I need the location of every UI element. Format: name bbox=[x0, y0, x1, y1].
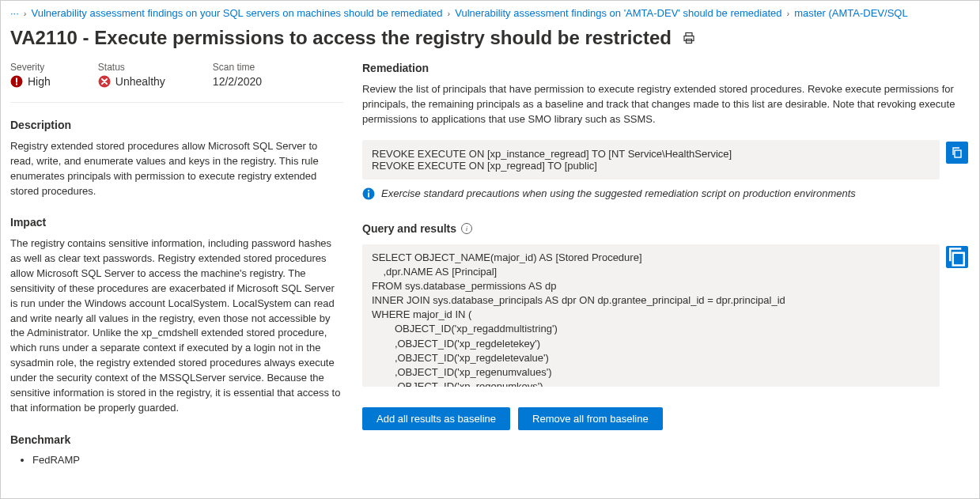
breadcrumb-link-2[interactable]: Vulnerability assessment findings on 'AM… bbox=[455, 7, 781, 19]
breadcrumb-overflow[interactable]: ··· bbox=[10, 7, 19, 19]
impact-section: Impact The registry contains sensitive i… bbox=[10, 216, 343, 415]
remediation-text: Review the list of principals that have … bbox=[362, 82, 970, 127]
query-line: ,OBJECT_ID('xp_regenumkeys') bbox=[372, 380, 930, 386]
svg-rect-4 bbox=[16, 78, 17, 83]
left-column: Severity High Status Unhealthy bbox=[10, 62, 362, 483]
breadcrumb-link-3[interactable]: master (AMTA-DEV/SQL bbox=[794, 7, 908, 19]
scan-time-item: Scan time 12/2/2020 bbox=[213, 62, 262, 88]
remediation-line-2: REVOKE EXECUTE ON [xp_regread] TO [publi… bbox=[372, 160, 930, 172]
page-title: VA2110 - Execute permissions to access t… bbox=[10, 27, 672, 49]
remediation-section: Remediation Review the list of principal… bbox=[362, 62, 970, 200]
status-label: Status bbox=[98, 62, 165, 73]
chevron-right-icon: › bbox=[786, 9, 789, 18]
status-value: Unhealthy bbox=[115, 75, 165, 88]
query-line: ,dpr.NAME AS [Principal] bbox=[372, 265, 930, 279]
breadcrumb: ··· › Vulnerability assessment findings … bbox=[1, 1, 979, 22]
benchmark-heading: Benchmark bbox=[10, 433, 343, 446]
unhealthy-icon bbox=[98, 75, 111, 88]
query-line: ,OBJECT_ID('xp_regdeletevalue') bbox=[372, 351, 930, 365]
print-icon[interactable] bbox=[683, 32, 695, 44]
copy-remediation-button[interactable] bbox=[946, 142, 968, 164]
query-line: ,OBJECT_ID('xp_regdeletekey') bbox=[372, 337, 930, 351]
query-line: INNER JOIN sys.database_principals AS dp… bbox=[372, 293, 930, 308]
description-section: Description Registry extended stored pro… bbox=[10, 119, 343, 198]
right-column: Remediation Review the list of principal… bbox=[362, 62, 970, 483]
query-line: OBJECT_ID('xp_regaddmultistring') bbox=[372, 322, 930, 336]
impact-text: The registry contains sensitive informat… bbox=[10, 236, 343, 415]
remediation-heading: Remediation bbox=[362, 62, 970, 74]
scan-time-value: 12/2/2020 bbox=[213, 75, 262, 88]
query-line: ,OBJECT_ID('xp_regenumvalues') bbox=[372, 365, 930, 380]
add-baseline-button[interactable]: Add all results as baseline bbox=[362, 407, 510, 430]
remove-baseline-button[interactable]: Remove all from baseline bbox=[518, 407, 663, 430]
chevron-right-icon: › bbox=[24, 9, 27, 18]
info-note-text: Exercise standard precautions when using… bbox=[381, 187, 856, 199]
status-item: Status Unhealthy bbox=[98, 62, 165, 88]
severity-label: Severity bbox=[10, 62, 51, 73]
query-line: SELECT OBJECT_NAME(major_id) AS [Stored … bbox=[372, 251, 930, 265]
query-heading-row: Query and results i bbox=[362, 222, 970, 235]
svg-rect-1 bbox=[684, 36, 694, 41]
info-icon bbox=[362, 187, 375, 200]
benchmark-item: FedRAMP bbox=[32, 454, 343, 466]
query-line: FROM sys.database_permissions AS dp bbox=[372, 279, 930, 293]
query-heading: Query and results bbox=[362, 222, 456, 235]
severity-item: Severity High bbox=[10, 62, 51, 88]
breadcrumb-link-1[interactable]: Vulnerability assessment findings on you… bbox=[32, 7, 443, 19]
svg-rect-11 bbox=[953, 252, 964, 265]
remediation-script-box: REVOKE EXECUTE ON [xp_instance_regread] … bbox=[362, 140, 940, 180]
query-results-box[interactable]: SELECT OBJECT_NAME(major_id) AS [Stored … bbox=[362, 244, 940, 387]
scan-time-label: Scan time bbox=[213, 62, 262, 73]
svg-rect-5 bbox=[16, 84, 17, 85]
description-heading: Description bbox=[10, 119, 343, 131]
benchmark-section: Benchmark FedRAMP bbox=[10, 433, 343, 466]
description-text: Registry extended stored procedures allo… bbox=[10, 139, 343, 198]
action-buttons: Add all results as baseline Remove all f… bbox=[362, 407, 970, 430]
remediation-info-note: Exercise standard precautions when using… bbox=[362, 187, 970, 200]
svg-point-10 bbox=[368, 190, 369, 191]
remediation-line-1: REVOKE EXECUTE ON [xp_instance_regread] … bbox=[372, 148, 930, 160]
severity-high-icon bbox=[10, 75, 23, 88]
svg-rect-9 bbox=[368, 192, 369, 197]
status-row: Severity High Status Unhealthy bbox=[10, 62, 343, 103]
svg-rect-7 bbox=[955, 150, 961, 157]
copy-query-button[interactable] bbox=[946, 246, 968, 268]
chevron-right-icon: › bbox=[448, 9, 451, 18]
query-line: WHERE major_id IN ( bbox=[372, 308, 930, 322]
severity-value: High bbox=[28, 75, 51, 88]
page-title-row: VA2110 - Execute permissions to access t… bbox=[1, 22, 979, 62]
impact-heading: Impact bbox=[10, 216, 343, 229]
query-info-icon[interactable]: i bbox=[461, 223, 472, 234]
